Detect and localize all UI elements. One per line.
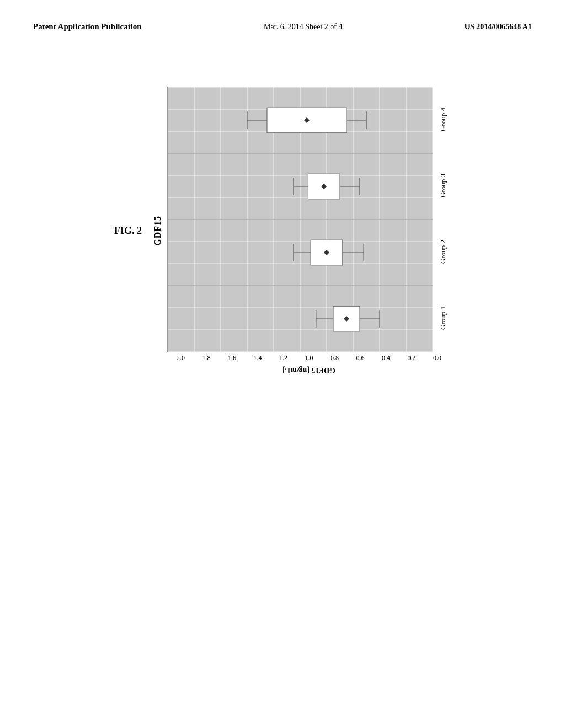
header-left: Patent Application Publication [33, 22, 142, 31]
group-label: Group 4 [439, 87, 451, 153]
x-tick-label: 0.6 [356, 354, 365, 362]
x-tick-label: 0.2 [408, 354, 416, 362]
y-axis-label: GDF15 [153, 216, 163, 246]
x-tick-label: 2.0 [177, 354, 185, 362]
group-label: Group 2 [439, 219, 451, 285]
group-label: Group 1 [439, 285, 451, 351]
group-label: Group 3 [439, 153, 451, 219]
group-labels: Group 4Group 3Group 2Group 1 [439, 87, 451, 351]
figure-label: FIG. 2 [114, 225, 142, 237]
x-tick-label: 1.8 [202, 354, 211, 362]
header-right: US 2014/0065648 A1 [465, 23, 532, 31]
chart-area [167, 87, 433, 352]
x-tick-label: 1.2 [279, 354, 287, 362]
x-tick-label: 1.0 [305, 354, 313, 362]
x-tick-labels: 2.01.81.61.41.21.00.80.60.40.20.0 [177, 352, 441, 362]
x-tick-label: 0.8 [331, 354, 339, 362]
x-tick-label: 1.4 [254, 354, 262, 362]
header-center: Mar. 6, 2014 Sheet 2 of 4 [264, 23, 342, 31]
x-axis-title: GDF15 [ng/mL] [282, 365, 335, 374]
x-tick-label: 1.6 [228, 354, 236, 362]
x-tick-label: 0.0 [433, 354, 441, 362]
x-tick-label: 0.4 [382, 354, 390, 362]
